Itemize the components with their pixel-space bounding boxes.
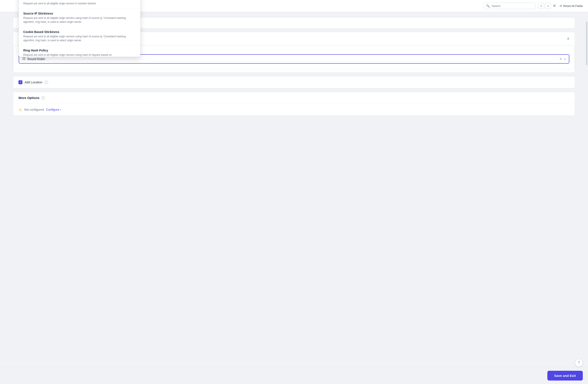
configure-link[interactable]: Configure › <box>46 108 61 111</box>
dropdown-scroll[interactable]: Round Robin Request are sent to all elig… <box>19 0 140 57</box>
policy-select-value: Round Robin <box>27 57 558 61</box>
item-desc-ring-hash: Request are sent to all eligible origin … <box>23 53 136 57</box>
close-button[interactable]: ✕ <box>552 3 557 9</box>
item-desc-source-ip: Request are sent to all eligible origin … <box>23 16 136 24</box>
prev-button[interactable]: ∧ <box>538 3 544 9</box>
search-input[interactable] <box>491 4 533 8</box>
dropdown-item-random[interactable]: Random Request are sent to all eligible … <box>19 0 140 9</box>
policy-dropdown-container: Round Robin Request are sent to all elig… <box>19 54 569 64</box>
item-title-cookie: Cookie Based Stickiness <box>23 30 136 34</box>
other-section-chevron-icon: ∧ <box>567 37 569 40</box>
item-title-source-ip: Source IP Stickiness <box>23 12 136 15</box>
reset-label: Reset All Fields <box>563 4 583 8</box>
item-title-random: Random <box>23 0 136 1</box>
save-exit-button[interactable]: Save and Exit <box>547 371 583 381</box>
configure-chevron-icon: › <box>60 108 61 111</box>
more-options-body: ⚠ Not configured Configure › <box>13 104 575 115</box>
not-configured-text: Not configured <box>24 108 44 111</box>
search-bar: 🔍 <box>483 3 535 9</box>
next-button[interactable]: ∨ <box>545 3 551 9</box>
nav-arrows: ∧ ∨ ✕ <box>538 3 557 9</box>
select-clear-button[interactable]: ✕ <box>559 57 562 61</box>
more-options-header: More Options i <box>13 92 575 104</box>
item-title-ring-hash: Ring Hash Policy <box>23 49 136 52</box>
reset-all-button[interactable]: ↺ Reset All Fields <box>560 4 583 8</box>
policy-dropdown-menu: Round Robin Request are sent to all elig… <box>19 0 140 57</box>
add-location-section: Add Location i <box>13 76 575 88</box>
more-options-section: More Options i ⚠ Not configured Configur… <box>13 92 575 116</box>
lb-content: Round Robin Request are sent to all elig… <box>19 53 569 64</box>
add-location-info-icon[interactable]: i <box>44 80 48 84</box>
item-desc-random: Request are sent to all eligible origin … <box>23 1 136 5</box>
reset-icon: ↺ <box>560 4 562 8</box>
search-icon: 🔍 <box>486 4 490 8</box>
select-actions: ✕ ∧ <box>559 57 566 61</box>
other-section: Ot ∧ Load Balancing Policy i Round Robin <box>13 32 575 73</box>
help-icon: ? <box>578 361 580 365</box>
more-options-info-icon[interactable]: i <box>41 96 45 100</box>
bottom-bar: Save and Exit <box>0 367 588 384</box>
load-balancing-section: Load Balancing Policy i Round Robin Requ… <box>13 45 575 69</box>
select-chevron-icon: ∧ <box>564 58 566 60</box>
help-button[interactable]: ? <box>575 359 583 367</box>
dropdown-item-cookie[interactable]: Cookie Based Stickiness Request are sent… <box>19 27 140 46</box>
scrollbar-thumb[interactable] <box>586 22 587 65</box>
add-location-label: Add Location <box>24 80 42 84</box>
dropdown-item-ring-hash[interactable]: Ring Hash Policy Request are sent to all… <box>19 46 140 57</box>
main-content: DDoS Mitigation Rules i Ot ∧ Load Balanc… <box>0 13 588 123</box>
policy-select-icon <box>22 57 26 61</box>
scrollbar[interactable] <box>585 13 588 371</box>
warning-icon: ⚠ <box>19 107 22 112</box>
add-location-checkbox[interactable] <box>19 80 22 84</box>
more-options-title: More Options i <box>19 96 569 100</box>
item-desc-cookie: Request are sent to all eligible origin … <box>23 35 136 42</box>
dropdown-item-source-ip[interactable]: Source IP Stickiness Request are sent to… <box>19 9 140 27</box>
